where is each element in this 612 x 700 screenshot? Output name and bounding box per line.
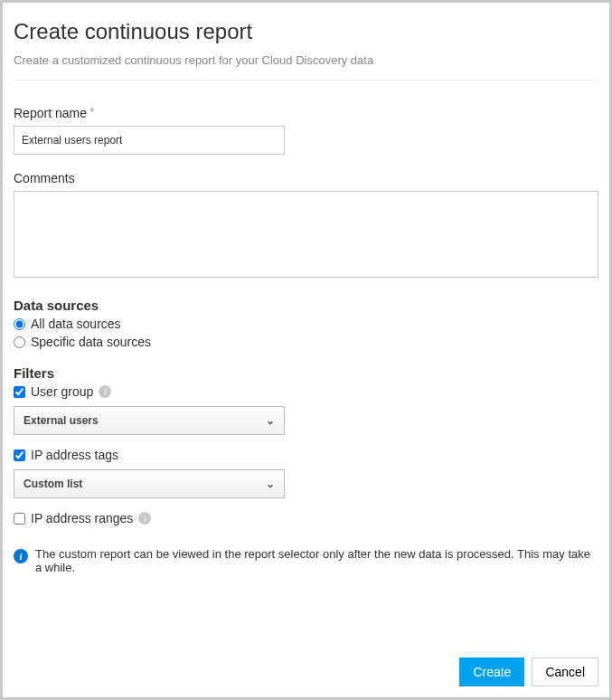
check-ip-tags[interactable]: IP address tags xyxy=(14,448,598,462)
dialog-footer: Create Cancel xyxy=(459,657,598,686)
radio-specific-input[interactable] xyxy=(14,336,25,348)
info-circle-icon: i xyxy=(14,549,28,563)
radio-all-data-sources[interactable]: All data sources xyxy=(14,317,598,331)
ip-tags-dropdown[interactable]: Custom list ⌄ xyxy=(14,469,285,498)
page-subtitle: Create a customized continuous report fo… xyxy=(14,53,598,80)
data-sources-heading: Data sources xyxy=(14,298,598,313)
info-note: i The custom report can be viewed in the… xyxy=(14,547,598,574)
user-group-selected: External users xyxy=(24,414,99,427)
page-title: Create continuous report xyxy=(14,19,598,44)
info-icon: i xyxy=(99,385,111,398)
radio-specific-data-sources[interactable]: Specific data sources xyxy=(14,335,598,349)
info-icon: i xyxy=(138,512,151,525)
report-name-input[interactable] xyxy=(14,126,285,155)
radio-all-input[interactable] xyxy=(14,318,25,330)
check-ip-ranges-input[interactable] xyxy=(14,513,25,525)
check-ip-tags-input[interactable] xyxy=(14,449,25,461)
chevron-down-icon: ⌄ xyxy=(266,414,275,427)
filters-heading: Filters xyxy=(14,365,598,381)
check-ip-tags-label: IP address tags xyxy=(31,448,118,462)
radio-specific-label: Specific data sources xyxy=(31,335,151,349)
user-group-dropdown[interactable]: External users ⌄ xyxy=(14,406,285,435)
radio-all-label: All data sources xyxy=(31,317,121,331)
comments-section: Comments xyxy=(14,171,598,281)
report-name-label-text: Report name xyxy=(14,106,87,120)
report-name-section: Report name * xyxy=(14,106,598,155)
report-name-label: Report name * xyxy=(14,106,598,120)
cancel-button[interactable]: Cancel xyxy=(532,657,598,686)
check-ip-ranges[interactable]: IP address ranges i xyxy=(14,511,598,525)
check-user-group-input[interactable] xyxy=(14,386,25,398)
ip-tags-selected: Custom list xyxy=(24,478,82,490)
chevron-down-icon: ⌄ xyxy=(266,478,275,490)
create-report-dialog: Create continuous report Create a custom… xyxy=(3,3,609,697)
required-asterisk: * xyxy=(90,106,95,118)
check-ip-ranges-label: IP address ranges xyxy=(31,511,133,525)
check-user-group[interactable]: User group i xyxy=(14,384,598,399)
create-button[interactable]: Create xyxy=(459,657,524,686)
comments-input[interactable] xyxy=(14,191,598,278)
data-sources-section: Data sources All data sources Specific d… xyxy=(14,298,598,349)
check-user-group-label: User group xyxy=(31,384,93,399)
info-note-text: The custom report can be viewed in the r… xyxy=(35,547,598,574)
comments-label: Comments xyxy=(14,171,598,185)
filters-section: Filters User group i External users ⌄ IP… xyxy=(14,365,598,525)
